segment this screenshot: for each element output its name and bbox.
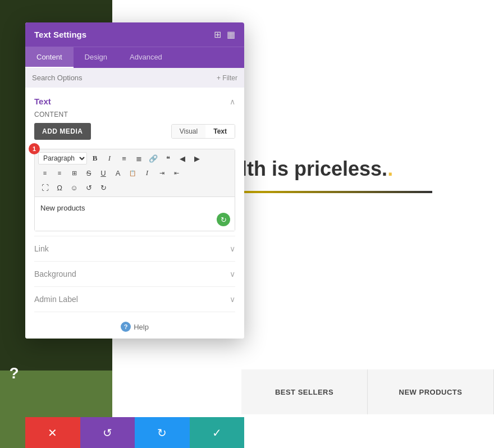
- text-section-chevron: ∧: [230, 97, 235, 106]
- editor-content[interactable]: New products ↻: [35, 197, 235, 231]
- outdent-button[interactable]: ⇤: [170, 166, 183, 180]
- question-mark-icon: ?: [6, 362, 22, 385]
- undo-button[interactable]: ↺: [80, 417, 135, 448]
- website-tab-bestsellers: BEST SELLERS: [241, 369, 368, 414]
- text-section-title: Text: [34, 97, 51, 106]
- columns-icon[interactable]: ▦: [227, 29, 235, 40]
- align-left2-button[interactable]: ≡: [38, 166, 52, 180]
- expand-icon[interactable]: ⊞: [214, 29, 221, 40]
- indent-button[interactable]: ⇥: [155, 166, 168, 180]
- text-section-header[interactable]: Text ∧: [34, 88, 235, 111]
- paragraph-select[interactable]: Paragraph: [38, 152, 87, 164]
- italic-button[interactable]: I: [103, 152, 116, 165]
- align-center-button[interactable]: ≡: [53, 166, 66, 180]
- toolbar-row-3: ⛶ Ω ☺ ↺ ↻: [38, 181, 231, 194]
- link-button[interactable]: 🔗: [147, 152, 160, 165]
- bold-button[interactable]: B: [88, 152, 102, 165]
- save-button[interactable]: ✓: [190, 417, 245, 448]
- visual-text-toggle: Visual Text: [171, 124, 235, 139]
- paste-text-button[interactable]: 📋: [126, 166, 139, 180]
- underline-button[interactable]: U: [97, 166, 110, 180]
- italic2-button[interactable]: I: [140, 166, 154, 180]
- tab-advanced[interactable]: Advanced: [118, 47, 173, 68]
- editor-wrapper: 1 Paragraph B I ≡ ≣ 🔗 ❝ ◀ ▶: [34, 149, 235, 231]
- color-button[interactable]: A: [111, 166, 125, 180]
- editor-area: Paragraph B I ≡ ≣ 🔗 ❝ ◀ ▶ ≡ ≡ ⊞: [34, 149, 235, 231]
- content-label: Content: [34, 111, 235, 118]
- bottom-action-bar: ✕ ↺ ↻ ✓: [25, 417, 244, 448]
- panel-header: Text Settings ⊞ ▦: [25, 22, 244, 47]
- help-circle-icon: ?: [121, 322, 131, 332]
- link-section[interactable]: Link ∨: [34, 236, 235, 261]
- fullscreen-button[interactable]: ⛶: [38, 181, 52, 194]
- panel-tabs: Content Design Advanced: [25, 47, 244, 68]
- toolbar-row-1: Paragraph B I ≡ ≣ 🔗 ❝ ◀ ▶: [38, 152, 231, 165]
- refresh-icon[interactable]: ↻: [217, 213, 230, 226]
- text-settings-panel: Text Settings ⊞ ▦ Content Design Advance…: [25, 22, 244, 339]
- toggle-visual[interactable]: Visual: [172, 125, 205, 138]
- website-underline: [241, 191, 432, 193]
- cancel-button[interactable]: ✕: [25, 417, 80, 448]
- help-row: ? Help: [34, 312, 235, 339]
- ordered-list-button[interactable]: ≣: [132, 152, 145, 165]
- panel-header-icons: ⊞ ▦: [214, 29, 235, 40]
- special-char-button[interactable]: Ω: [53, 181, 66, 194]
- quote-button[interactable]: ❝: [161, 152, 175, 165]
- redo-editor-button[interactable]: ↻: [97, 181, 110, 194]
- background-section[interactable]: Background ∨: [34, 261, 235, 286]
- align-left-button[interactable]: ◀: [176, 152, 189, 165]
- search-bar: + Filter: [25, 68, 244, 88]
- help-link[interactable]: ? Help: [121, 322, 149, 332]
- redo-button[interactable]: ↻: [135, 417, 190, 448]
- unordered-list-button[interactable]: ≡: [117, 152, 131, 165]
- undo-editor-button[interactable]: ↺: [82, 181, 95, 194]
- website-hero-text: lth is priceless..: [241, 157, 393, 181]
- emoji-button[interactable]: ☺: [67, 181, 81, 194]
- link-label: Link: [34, 244, 49, 253]
- link-chevron: ∨: [230, 244, 235, 253]
- website-tab-newproducts: NEW PRODUCTS: [368, 369, 494, 414]
- editor-toolbar: Paragraph B I ≡ ≣ 🔗 ❝ ◀ ▶ ≡ ≡ ⊞: [35, 149, 235, 197]
- admin-label-chevron: ∨: [230, 295, 235, 304]
- background-label: Background: [34, 269, 76, 278]
- help-label: Help: [134, 323, 149, 331]
- panel-body: Text ∧ Content ADD MEDIA Visual Text 1 P…: [25, 88, 244, 339]
- panel-title: Text Settings: [34, 30, 86, 39]
- align-right-button[interactable]: ▶: [190, 152, 204, 165]
- admin-label-label: Admin Label: [34, 295, 78, 304]
- toolbar-row-2: ≡ ≡ ⊞ S U A 📋 I ⇥ ⇤: [38, 166, 231, 180]
- toggle-text[interactable]: Text: [205, 125, 235, 138]
- admin-label-section[interactable]: Admin Label ∨: [34, 286, 235, 312]
- background-chevron: ∨: [230, 269, 235, 278]
- add-media-button[interactable]: ADD MEDIA: [34, 123, 91, 140]
- tab-design[interactable]: Design: [74, 47, 118, 68]
- badge-1: 1: [29, 143, 40, 154]
- tab-content[interactable]: Content: [25, 47, 74, 68]
- filter-button[interactable]: + Filter: [217, 74, 237, 82]
- table-button[interactable]: ⊞: [67, 166, 81, 180]
- website-bottom-tabs: BEST SELLERS NEW PRODUCTS: [241, 369, 494, 414]
- strikethrough-button[interactable]: S: [82, 166, 95, 180]
- search-input[interactable]: [32, 74, 217, 82]
- editor-text: New products: [40, 204, 85, 212]
